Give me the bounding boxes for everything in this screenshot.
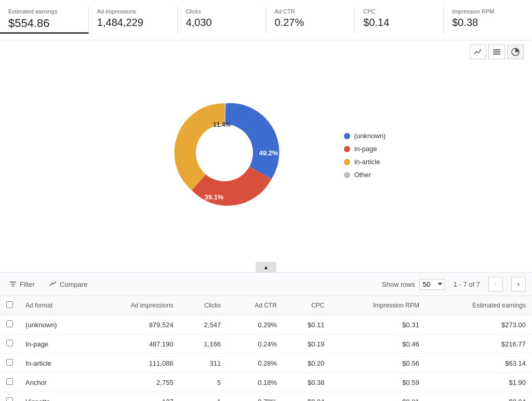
row-rpm-0: $0.31 [331,315,425,335]
svg-text:49.2%: 49.2% [259,149,278,157]
legend-dot-0 [344,133,350,139]
row-clicks-3: 5 [180,373,228,392]
legend-item-1: In-page [344,145,386,153]
chart-toolbar [0,41,532,59]
row-ctr-0: 0.29% [227,315,283,335]
table-row: (unknown) 879,524 2,547 0.29% $0.11 $0.3… [0,315,532,335]
row-clicks-0: 2,547 [180,315,228,335]
row-checkbox-0[interactable] [6,320,13,327]
select-all-checkbox[interactable] [6,301,13,308]
legend-label-3: Other [354,171,371,179]
compare-button[interactable]: Compare [46,278,90,290]
col-header-clicks: Clicks [180,296,228,315]
pagination-info: 1 - 7 of 7 [454,280,480,288]
metrics-bar: Estimated earnings $554.86 Ad impression… [0,0,532,41]
legend-dot-1 [344,146,350,152]
next-page-button[interactable]: › [511,277,526,291]
row-clicks-4: 1 [180,392,228,402]
row-impressions-0: 879,524 [90,315,180,335]
svg-text:11.4%: 11.4% [213,121,231,128]
row-earnings-2: $63.14 [425,354,532,373]
row-checkbox-2[interactable] [6,359,13,366]
chart-line-btn[interactable] [470,45,486,59]
col-header-ctr: Ad CTR [227,296,283,315]
row-impressions-2: 111,086 [90,354,180,373]
row-checkbox-cell-3[interactable] [0,373,19,392]
row-checkbox-cell-2[interactable] [0,354,19,373]
row-checkbox-4[interactable] [6,397,13,401]
svg-rect-1 [493,51,500,52]
row-checkbox-cell-1[interactable] [0,335,19,354]
rows-select[interactable]: 50 10 25 100 [419,279,445,290]
compare-label: Compare [60,280,87,288]
row-impressions-1: 487,190 [90,335,180,354]
row-clicks-2: 311 [180,354,228,373]
col-header-impressions: Ad impressions [90,296,180,315]
legend-dot-3 [344,172,350,178]
svg-rect-0 [493,49,500,50]
legend-label-0: (unknown) [354,132,386,140]
row-rpm-3: $0.59 [331,373,425,392]
metric-value-5: $0.38 [452,17,524,29]
chart-pie-btn[interactable] [507,45,524,59]
row-format-3: Anchor [19,373,90,392]
metric-item-4: CPC $0.14 [355,6,444,34]
metric-label-0: Estimated earnings [8,8,80,15]
row-checkbox-3[interactable] [6,378,13,385]
collapse-handle: ▲ [0,262,532,272]
row-impressions-4: 127 [90,392,180,402]
row-rpm-1: $0.46 [331,335,425,354]
col-header-format: Ad format [19,296,90,315]
metric-item-0: Estimated earnings $554.86 [0,6,89,34]
row-ctr-4: 0.79% [227,392,283,402]
svg-rect-2 [493,54,500,55]
metric-label-2: Clicks [186,8,258,15]
row-checkbox-1[interactable] [6,340,13,346]
svg-text:39.1%: 39.1% [204,193,223,201]
table-section: Filter Compare Show rows 50 10 25 100 1 … [0,272,532,401]
row-format-1: In-page [19,335,90,354]
legend-dot-2 [344,159,350,165]
legend-label-2: In-article [354,158,380,166]
col-header-earnings: Estimated earnings [425,296,532,315]
legend-item-0: (unknown) [344,132,386,140]
row-checkbox-cell-0[interactable] [0,315,19,335]
metric-label-1: Ad impressions [97,8,169,15]
show-rows-section: Show rows 50 10 25 100 [382,279,445,290]
table-row: Anchor 2,755 5 0.18% $0.38 $0.59 $1.90 [0,373,532,392]
chart-legend: (unknown) In-page In-article Other [344,132,386,184]
svg-point-6 [196,124,253,181]
metric-label-5: Impression RPM [452,8,524,15]
legend-item-2: In-article [344,158,386,166]
prev-page-button[interactable]: ‹ [488,277,503,291]
row-cpc-3: $0.38 [283,373,331,392]
row-earnings-0: $273.00 [425,315,532,335]
metric-item-2: Clicks 4,030 [178,6,267,34]
compare-icon [49,280,57,288]
metric-value-3: 0.27% [274,17,346,29]
chart-table-btn[interactable] [488,45,505,59]
row-format-4: Vignette [19,392,90,402]
col-header-rpm: Impression RPM [331,296,425,315]
row-ctr-3: 0.18% [227,373,283,392]
table-row: In-page 487,190 1,166 0.24% $0.19 $0.46 … [0,335,532,354]
donut-chart: 49.2% 39.1% 11.4% [147,75,313,241]
filter-button[interactable]: Filter [6,278,38,290]
metric-label-4: CPC [363,8,435,15]
metric-item-1: Ad impressions 1,484,229 [89,6,178,34]
show-rows-label: Show rows [382,280,415,288]
row-checkbox-cell-4[interactable] [0,392,19,402]
row-cpc-2: $0.20 [283,354,331,373]
select-all-header[interactable] [0,296,19,315]
row-cpc-1: $0.19 [283,335,331,354]
row-cpc-4: $0.04 [283,392,331,402]
row-format-0: (unknown) [19,315,90,335]
collapse-button[interactable]: ▲ [256,262,276,272]
row-earnings-1: $216.77 [425,335,532,354]
chart-wrapper: 49.2% 39.1% 11.4% (unknown) In-page In-a… [0,59,532,257]
table-body: (unknown) 879,524 2,547 0.29% $0.11 $0.3… [0,315,532,402]
table-toolbar: Filter Compare Show rows 50 10 25 100 1 … [0,273,532,296]
table-row: In-article 111,086 311 0.28% $0.20 $0.56… [0,354,532,373]
table-header-row: Ad format Ad impressions Clicks Ad CTR C… [0,296,532,315]
col-header-cpc: CPC [283,296,331,315]
